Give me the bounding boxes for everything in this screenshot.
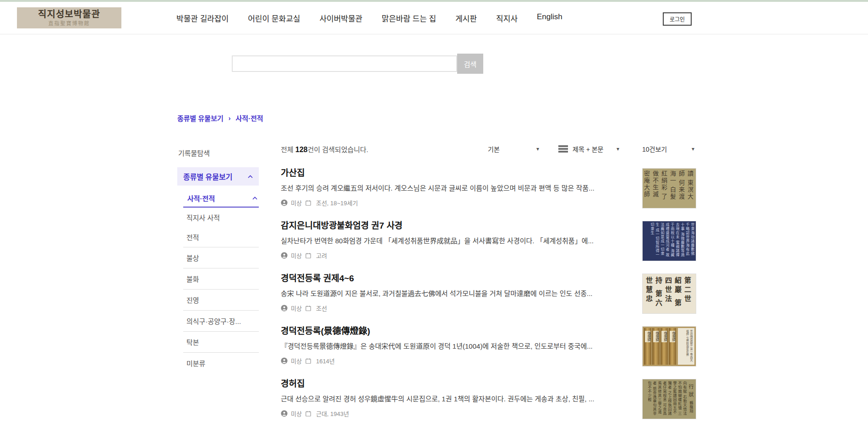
result-item-meta: 미상 조선	[281, 304, 630, 312]
result-item-thumbnail[interactable]: 讀 東溟大師 何来渡海一 白髮紅絹彩 了做不生滅 密庵大師	[642, 168, 696, 208]
results-toolbar: 전체 128건이 검색되었습니다. 기본 ▾ 제목 + 본문 ▾ 10건보기 ▾	[281, 143, 696, 154]
calendar-icon	[305, 411, 311, 417]
sidebar-item-bulhwa[interactable]: 불화	[177, 268, 259, 289]
result-item[interactable]: 감지은니대방광불화엄경 권7 사경 실차난타가 번역한 80화엄경 가운데 「세…	[281, 221, 696, 261]
sidebar-item-takbon[interactable]: 탁본	[177, 332, 259, 352]
caret-down-icon: ▾	[536, 146, 539, 152]
result-item-author: 미상	[291, 251, 302, 260]
result-item-text: 경덕전등록 권제4~6 송宋 나라 도원道源이 지은 불서로, 과거칠불過去七佛…	[281, 274, 642, 314]
sidebar-item-jinyeong[interactable]: 진영	[177, 290, 259, 310]
result-item[interactable]: 경허집 근대 선승으로 알려진 경허 성우鏡虛惺牛의 시문집으로, 1권 1책의…	[281, 379, 696, 419]
result-item-description: 조선 후기의 승려 계오繼五의 저서이다. 계오스님은 시문과 글씨로 이름이 …	[281, 184, 630, 193]
result-item-description: 근대 선승으로 알려진 경허 성우鏡虛惺牛의 시문집으로, 1권 1책의 활자본…	[281, 394, 630, 404]
caret-down-icon: ▾	[692, 146, 694, 152]
main-nav: 박물관 길라잡이 어린이 문화교실 사이버박물관 맑은바람 드는 집 게시판 직…	[176, 12, 562, 24]
search-bar: 검색	[232, 54, 868, 74]
result-item-author: 미상	[291, 409, 302, 418]
result-item-text: 감지은니대방광불화엄경 권7 사경 실차난타가 번역한 80화엄경 가운데 「세…	[281, 221, 642, 261]
search-input[interactable]	[232, 55, 457, 72]
result-item[interactable]: 경덕전등록(景德傳燈錄) 『경덕전등록景德傳燈錄』은 송대宋代에 도원道原이 경…	[281, 326, 696, 367]
nav-item-children-class[interactable]: 어린이 문화교실	[248, 12, 300, 24]
sidebar: 기록물탐색 종류별 유물보기 사적·전적 직지사 사적 전적 불상 불화 진영 …	[177, 143, 259, 373]
breadcrumb-item-current[interactable]: 사적·전적	[235, 113, 263, 123]
calendar-icon	[305, 305, 311, 312]
chevron-up-icon	[248, 175, 253, 178]
result-item-author: 미상	[291, 356, 302, 365]
author-icon	[281, 252, 288, 259]
caret-down-icon: ▾	[617, 146, 619, 152]
author-icon	[281, 199, 288, 206]
spine-label: 傳燈録	[670, 331, 675, 342]
nav-item-jikjisa[interactable]: 직지사	[496, 12, 518, 24]
book-spine: 傳燈録	[644, 328, 651, 365]
open-book-page: 景德傳燈錄序 第一卷 西天祖師 七佛 釋迦牟尼佛	[678, 328, 694, 365]
sidebar-title: 기록물탐색	[178, 148, 259, 158]
breadcrumb-item-category[interactable]: 종류별 유물보기	[177, 113, 224, 123]
result-item-meta: 미상 고려	[281, 251, 630, 260]
result-item-thumbnail[interactable]: 世衆海劫諸塵數佛 千略認世界海有此十事 海微塵數等過去現在未 電親諸禪于雨稅以十…	[642, 221, 696, 261]
result-item-date: 1614년	[316, 356, 335, 365]
page-size-value: 10건보기	[642, 144, 667, 153]
chevron-up-icon	[252, 197, 257, 200]
results-controls: 기본 ▾ 제목 + 본문 ▾ 10건보기 ▾	[488, 144, 696, 154]
logo-subtitle: 直指聖寶博物館	[49, 19, 90, 27]
result-item-date: 고려	[316, 251, 327, 260]
result-item-meta: 미상 근대, 1943년	[281, 409, 630, 418]
result-item-description: 『경덕전등록景德傳燈錄』은 송대宋代에 도원道原이 경덕 1년(1004)에 저…	[281, 342, 630, 351]
sidebar-item-jeonjeok[interactable]: 전적	[177, 227, 259, 247]
login-button[interactable]: 로그인	[663, 12, 692, 26]
author-icon	[281, 305, 288, 312]
result-item[interactable]: 가산집 조선 후기의 승려 계오繼五의 저서이다. 계오스님은 시문과 글씨로 …	[281, 168, 696, 208]
result-item[interactable]: 경덕전등록 권제4~6 송宋 나라 도원道源이 지은 불서로, 과거칠불過去七佛…	[281, 274, 696, 314]
result-item-date: 근대, 1943년	[316, 409, 349, 418]
nav-item-museum-guide[interactable]: 박물관 길라잡이	[176, 12, 229, 24]
result-item-thumbnail[interactable]: 第二世紹巖 第四世法持 第六世慧忠	[642, 274, 696, 314]
thumbnail-text: 密庵大師	[643, 170, 650, 198]
sidebar-item-sajeok-jeonjeok[interactable]: 사적·전적	[183, 189, 259, 208]
author-icon	[281, 410, 288, 417]
nav-item-fresh-breeze-house[interactable]: 맑은바람 드는 집	[382, 12, 436, 24]
calendar-icon	[305, 200, 311, 206]
result-item-text: 경덕전등록(景德傳燈錄) 『경덕전등록景德傳燈錄』은 송대宋代에 도원道原이 경…	[281, 326, 642, 367]
sidebar-active-label: 사적·전적	[187, 193, 215, 203]
result-item-title[interactable]: 경덕전등록(景德傳燈錄)	[281, 326, 630, 336]
result-item-description: 송宋 나라 도원道源이 지은 불서로, 과거칠불過去七佛에서 석가모니불을 거쳐…	[281, 289, 630, 298]
sort-dropdown-value: 기본	[488, 144, 500, 153]
site-logo[interactable]: 직지성보박물관 直指聖寶博物館	[17, 7, 121, 28]
result-item-meta: 미상 조선, 18~19세기	[281, 198, 630, 207]
result-item-title[interactable]: 가산집	[281, 168, 630, 178]
nav-item-cyber-museum[interactable]: 사이버박물관	[319, 12, 362, 24]
nav-item-board[interactable]: 게시판	[455, 12, 477, 24]
list-view-icon[interactable]	[558, 144, 568, 154]
spine-label: 傳燈録	[661, 331, 667, 342]
page-size-dropdown[interactable]: 10건보기 ▾	[642, 144, 694, 153]
result-item-meta: 미상 1614년	[281, 356, 630, 365]
search-scope-dropdown[interactable]: 제목 + 본문 ▾	[573, 144, 619, 153]
sidebar-item-jikjisa-sajeok[interactable]: 직지사 사적	[177, 208, 259, 227]
book-spine: 傳燈録	[652, 328, 660, 365]
search-button[interactable]: 검색	[457, 54, 483, 74]
thumbnail-text: 怒薈逸章句其非包不不少輕	[647, 381, 656, 416]
thumbnail-text: 成一切智所得一切衆生	[650, 223, 659, 257]
sidebar-item-unclassified[interactable]: 미분류	[177, 353, 259, 373]
result-item-thumbnail[interactable]: 傳燈録 傳燈録 傳燈録 傳燈録 景德傳燈錄序 第一卷 西天祖師 七佛 釋迦牟尼佛	[642, 326, 696, 367]
sidebar-item-ritual-objects[interactable]: 의식구·공양구·장...	[177, 311, 259, 331]
nav-item-english[interactable]: English	[537, 12, 562, 24]
breadcrumb: 종류별 유물보기 › 사적·전적	[177, 113, 868, 123]
sidebar-item-bulsang[interactable]: 불상	[177, 247, 259, 268]
sidebar-item-category-view[interactable]: 종류별 유물보기	[177, 167, 259, 186]
results-area: 전체 128건이 검색되었습니다. 기본 ▾ 제목 + 본문 ▾ 10건보기 ▾	[281, 143, 696, 427]
spine-label: 傳燈録	[645, 331, 650, 342]
result-item-title[interactable]: 경허집	[281, 379, 630, 389]
sort-dropdown[interactable]: 기본 ▾	[488, 144, 539, 153]
result-item-text: 가산집 조선 후기의 승려 계오繼五의 저서이다. 계오스님은 시문과 글씨로 …	[281, 168, 642, 208]
result-item-title[interactable]: 경덕전등록 권제4~6	[281, 274, 630, 284]
result-item-text: 경허집 근대 선승으로 알려진 경허 성우鏡虛惺牛의 시문집으로, 1권 1책의…	[281, 379, 642, 419]
result-item-title[interactable]: 감지은니대방광불화엄경 권7 사경	[281, 221, 630, 231]
book-spine: 傳燈録	[661, 328, 668, 365]
summary-prefix: 전체	[281, 146, 295, 153]
results-summary: 전체 128건이 검색되었습니다.	[281, 144, 368, 154]
result-item-date: 조선	[316, 304, 327, 312]
result-item-thumbnail[interactable]: 行狀 鶴龍翔向有賦 右勒天悟法不怕煽蝴蝶紅愴 三學之藍譜因冊五不獨者 之上榜執囚…	[642, 379, 696, 419]
author-icon	[281, 357, 288, 364]
